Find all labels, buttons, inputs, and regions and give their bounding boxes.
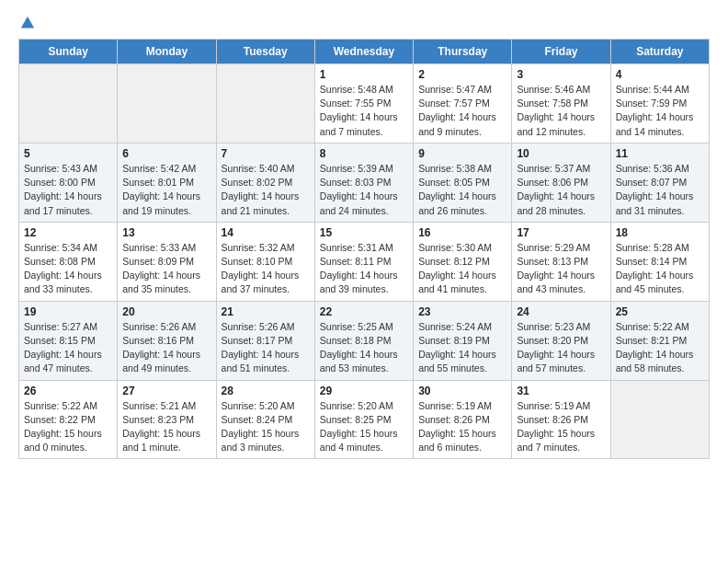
calendar-cell: 18Sunrise: 5:28 AM Sunset: 8:14 PM Dayli… — [610, 222, 709, 301]
calendar-week-3: 12Sunrise: 5:34 AM Sunset: 8:08 PM Dayli… — [19, 222, 710, 301]
calendar-cell: 4Sunrise: 5:44 AM Sunset: 7:59 PM Daylig… — [610, 64, 709, 144]
col-header-sunday: Sunday — [19, 40, 118, 64]
day-number: 9 — [418, 147, 506, 160]
calendar-cell: 30Sunrise: 5:19 AM Sunset: 8:26 PM Dayli… — [414, 380, 512, 459]
calendar-cell: 23Sunrise: 5:24 AM Sunset: 8:19 PM Dayli… — [414, 301, 512, 380]
day-number: 25 — [616, 305, 704, 318]
day-number: 22 — [320, 305, 408, 318]
day-info: Sunrise: 5:24 AM Sunset: 8:19 PM Dayligh… — [418, 320, 506, 376]
calendar-cell: 28Sunrise: 5:20 AM Sunset: 8:24 PM Dayli… — [216, 380, 314, 459]
calendar-cell: 29Sunrise: 5:20 AM Sunset: 8:25 PM Dayli… — [314, 380, 413, 459]
calendar-cell: 22Sunrise: 5:25 AM Sunset: 8:18 PM Dayli… — [314, 301, 413, 380]
calendar-cell — [216, 64, 314, 144]
day-number: 10 — [517, 147, 605, 160]
day-number: 18 — [616, 226, 704, 239]
day-info: Sunrise: 5:26 AM Sunset: 8:16 PM Dayligh… — [122, 320, 210, 376]
day-info: Sunrise: 5:33 AM Sunset: 8:09 PM Dayligh… — [122, 241, 210, 297]
day-info: Sunrise: 5:31 AM Sunset: 8:11 PM Dayligh… — [320, 241, 408, 297]
day-info: Sunrise: 5:48 AM Sunset: 7:55 PM Dayligh… — [320, 83, 408, 139]
calendar-cell: 15Sunrise: 5:31 AM Sunset: 8:11 PM Dayli… — [314, 222, 413, 301]
calendar-cell: 27Sunrise: 5:21 AM Sunset: 8:23 PM Dayli… — [118, 380, 216, 459]
day-info: Sunrise: 5:25 AM Sunset: 8:18 PM Dayligh… — [320, 320, 408, 376]
calendar-cell — [610, 380, 709, 459]
day-number: 21 — [222, 305, 310, 318]
day-info: Sunrise: 5:37 AM Sunset: 8:06 PM Dayligh… — [517, 162, 605, 218]
day-info: Sunrise: 5:19 AM Sunset: 8:26 PM Dayligh… — [418, 399, 506, 455]
calendar-cell: 31Sunrise: 5:19 AM Sunset: 8:26 PM Dayli… — [512, 380, 610, 459]
day-number: 20 — [122, 305, 210, 318]
day-info: Sunrise: 5:28 AM Sunset: 8:14 PM Dayligh… — [616, 241, 704, 297]
calendar-cell: 25Sunrise: 5:22 AM Sunset: 8:21 PM Dayli… — [610, 301, 709, 380]
col-header-saturday: Saturday — [610, 40, 709, 64]
day-number: 17 — [517, 226, 605, 239]
calendar-cell: 16Sunrise: 5:30 AM Sunset: 8:12 PM Dayli… — [414, 222, 512, 301]
day-number: 6 — [122, 147, 210, 160]
day-info: Sunrise: 5:23 AM Sunset: 8:20 PM Dayligh… — [517, 320, 605, 376]
day-info: Sunrise: 5:46 AM Sunset: 7:58 PM Dayligh… — [517, 83, 605, 139]
day-info: Sunrise: 5:27 AM Sunset: 8:15 PM Dayligh… — [24, 320, 112, 376]
logo — [18, 15, 36, 29]
day-info: Sunrise: 5:42 AM Sunset: 8:01 PM Dayligh… — [122, 162, 210, 218]
day-number: 16 — [418, 226, 506, 239]
calendar-week-5: 26Sunrise: 5:22 AM Sunset: 8:22 PM Dayli… — [19, 380, 710, 459]
day-number: 3 — [517, 68, 605, 81]
day-number: 19 — [24, 305, 112, 318]
day-info: Sunrise: 5:30 AM Sunset: 8:12 PM Dayligh… — [418, 241, 506, 297]
calendar-cell: 20Sunrise: 5:26 AM Sunset: 8:16 PM Dayli… — [118, 301, 216, 380]
day-info: Sunrise: 5:20 AM Sunset: 8:24 PM Dayligh… — [222, 399, 310, 455]
day-info: Sunrise: 5:19 AM Sunset: 8:26 PM Dayligh… — [517, 399, 605, 455]
calendar-table: SundayMondayTuesdayWednesdayThursdayFrid… — [18, 39, 710, 459]
day-info: Sunrise: 5:44 AM Sunset: 7:59 PM Dayligh… — [616, 83, 704, 139]
col-header-tuesday: Tuesday — [216, 40, 314, 64]
calendar-cell: 11Sunrise: 5:36 AM Sunset: 8:07 PM Dayli… — [610, 143, 709, 222]
calendar-cell — [118, 64, 216, 144]
day-number: 14 — [222, 226, 310, 239]
calendar-cell: 24Sunrise: 5:23 AM Sunset: 8:20 PM Dayli… — [512, 301, 610, 380]
day-number: 12 — [24, 226, 112, 239]
day-number: 4 — [616, 68, 704, 81]
day-info: Sunrise: 5:22 AM Sunset: 8:22 PM Dayligh… — [24, 399, 112, 455]
page: SundayMondayTuesdayWednesdayThursdayFrid… — [0, 0, 728, 563]
day-info: Sunrise: 5:40 AM Sunset: 8:02 PM Dayligh… — [222, 162, 310, 218]
day-number: 15 — [320, 226, 408, 239]
calendar-cell: 8Sunrise: 5:39 AM Sunset: 8:03 PM Daylig… — [314, 143, 413, 222]
calendar-cell: 14Sunrise: 5:32 AM Sunset: 8:10 PM Dayli… — [216, 222, 314, 301]
day-number: 30 — [418, 385, 506, 397]
calendar-cell: 3Sunrise: 5:46 AM Sunset: 7:58 PM Daylig… — [512, 64, 610, 144]
day-number: 26 — [24, 385, 112, 397]
day-number: 13 — [122, 226, 210, 239]
calendar-week-2: 5Sunrise: 5:43 AM Sunset: 8:00 PM Daylig… — [19, 143, 710, 222]
day-number: 23 — [418, 305, 506, 318]
day-number: 2 — [418, 68, 506, 81]
calendar-header-row: SundayMondayTuesdayWednesdayThursdayFrid… — [19, 40, 710, 64]
day-info: Sunrise: 5:32 AM Sunset: 8:10 PM Dayligh… — [222, 241, 310, 297]
day-info: Sunrise: 5:20 AM Sunset: 8:25 PM Dayligh… — [320, 399, 408, 455]
day-info: Sunrise: 5:39 AM Sunset: 8:03 PM Dayligh… — [320, 162, 408, 218]
day-number: 29 — [320, 385, 408, 397]
calendar-cell: 1Sunrise: 5:48 AM Sunset: 7:55 PM Daylig… — [314, 64, 413, 144]
calendar-cell: 13Sunrise: 5:33 AM Sunset: 8:09 PM Dayli… — [118, 222, 216, 301]
calendar-cell: 5Sunrise: 5:43 AM Sunset: 8:00 PM Daylig… — [19, 143, 118, 222]
day-info: Sunrise: 5:22 AM Sunset: 8:21 PM Dayligh… — [616, 320, 704, 376]
calendar-week-1: 1Sunrise: 5:48 AM Sunset: 7:55 PM Daylig… — [19, 64, 710, 144]
col-header-monday: Monday — [118, 40, 216, 64]
calendar-cell: 19Sunrise: 5:27 AM Sunset: 8:15 PM Dayli… — [19, 301, 118, 380]
calendar-cell: 10Sunrise: 5:37 AM Sunset: 8:06 PM Dayli… — [512, 143, 610, 222]
day-info: Sunrise: 5:34 AM Sunset: 8:08 PM Dayligh… — [24, 241, 112, 297]
col-header-wednesday: Wednesday — [314, 40, 413, 64]
calendar-cell: 9Sunrise: 5:38 AM Sunset: 8:05 PM Daylig… — [414, 143, 512, 222]
col-header-friday: Friday — [512, 40, 610, 64]
day-number: 24 — [517, 305, 605, 318]
day-info: Sunrise: 5:29 AM Sunset: 8:13 PM Dayligh… — [517, 241, 605, 297]
day-number: 27 — [122, 385, 210, 397]
svg-marker-0 — [21, 17, 34, 29]
day-info: Sunrise: 5:47 AM Sunset: 7:57 PM Dayligh… — [418, 83, 506, 139]
day-number: 5 — [24, 147, 112, 160]
calendar-cell: 12Sunrise: 5:34 AM Sunset: 8:08 PM Dayli… — [19, 222, 118, 301]
logo-icon — [19, 15, 36, 31]
calendar-week-4: 19Sunrise: 5:27 AM Sunset: 8:15 PM Dayli… — [19, 301, 710, 380]
day-info: Sunrise: 5:26 AM Sunset: 8:17 PM Dayligh… — [222, 320, 310, 376]
calendar-cell: 17Sunrise: 5:29 AM Sunset: 8:13 PM Dayli… — [512, 222, 610, 301]
day-number: 28 — [222, 385, 310, 397]
calendar-cell: 6Sunrise: 5:42 AM Sunset: 8:01 PM Daylig… — [118, 143, 216, 222]
